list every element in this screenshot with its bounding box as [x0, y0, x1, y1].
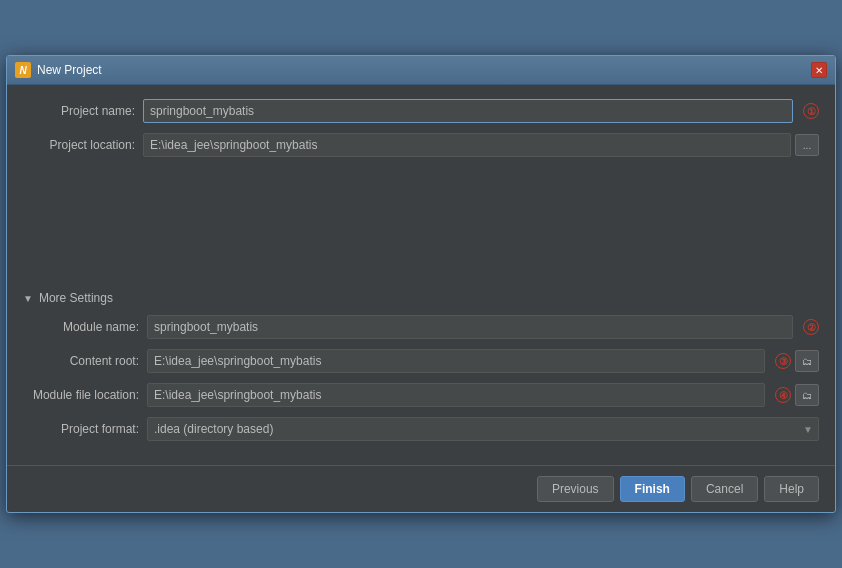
- module-name-input-wrap: ②: [147, 315, 819, 339]
- badge-3: ③: [775, 353, 791, 369]
- badge-4: ④: [775, 387, 791, 403]
- project-format-label: Project format:: [27, 422, 147, 436]
- close-button[interactable]: ✕: [811, 62, 827, 78]
- content-spacer: [23, 167, 819, 287]
- content-root-label: Content root:: [27, 354, 147, 368]
- project-location-input[interactable]: [143, 133, 791, 157]
- project-location-row: Project location: ...: [23, 133, 819, 157]
- module-name-label: Module name:: [27, 320, 147, 334]
- project-name-input-wrap: ①: [143, 99, 819, 123]
- title-bar: N New Project ✕: [7, 56, 835, 85]
- app-icon: N: [15, 62, 31, 78]
- content-root-input-wrap: ③ 🗂: [147, 349, 819, 373]
- collapse-icon: ▼: [23, 293, 33, 304]
- dialog-footer: Previous Finish Cancel Help: [7, 465, 835, 512]
- project-location-input-wrap: ...: [143, 133, 819, 157]
- project-name-row: Project name: ①: [23, 99, 819, 123]
- badge-2: ②: [803, 319, 819, 335]
- project-name-label: Project name:: [23, 104, 143, 118]
- previous-button[interactable]: Previous: [537, 476, 614, 502]
- help-button[interactable]: Help: [764, 476, 819, 502]
- title-left: N New Project: [15, 62, 102, 78]
- project-location-browse-button[interactable]: ...: [795, 134, 819, 156]
- project-format-dropdown-wrap: .idea (directory based) ▼: [147, 417, 819, 441]
- module-name-input[interactable]: [147, 315, 793, 339]
- badge-1: ①: [803, 103, 819, 119]
- project-format-row: Project format: .idea (directory based) …: [27, 417, 819, 441]
- content-root-browse-button[interactable]: 🗂: [795, 350, 819, 372]
- cancel-button[interactable]: Cancel: [691, 476, 758, 502]
- project-location-label: Project location:: [23, 138, 143, 152]
- module-name-row: Module name: ②: [27, 315, 819, 339]
- content-root-row: Content root: ③ 🗂: [27, 349, 819, 373]
- new-project-dialog: N New Project ✕ Project name: ① Project …: [6, 55, 836, 513]
- more-settings-label: More Settings: [39, 291, 113, 305]
- module-file-location-browse-button[interactable]: 🗂: [795, 384, 819, 406]
- module-file-location-label: Module file location:: [27, 388, 147, 402]
- dialog-body: Project name: ① Project location: ... ▼ …: [7, 85, 835, 465]
- more-settings-content: Module name: ② Content root: ③ 🗂: [23, 315, 819, 441]
- module-file-location-input-wrap: ④ 🗂: [147, 383, 819, 407]
- project-name-input[interactable]: [143, 99, 793, 123]
- module-file-location-row: Module file location: ④ 🗂: [27, 383, 819, 407]
- more-settings-toggle[interactable]: ▼ More Settings: [23, 291, 819, 305]
- dialog-title: New Project: [37, 63, 102, 77]
- content-root-input[interactable]: [147, 349, 765, 373]
- finish-button[interactable]: Finish: [620, 476, 685, 502]
- module-file-location-input[interactable]: [147, 383, 765, 407]
- more-settings-section: ▼ More Settings Module name: ② Content r…: [23, 291, 819, 441]
- project-format-select[interactable]: .idea (directory based): [147, 417, 819, 441]
